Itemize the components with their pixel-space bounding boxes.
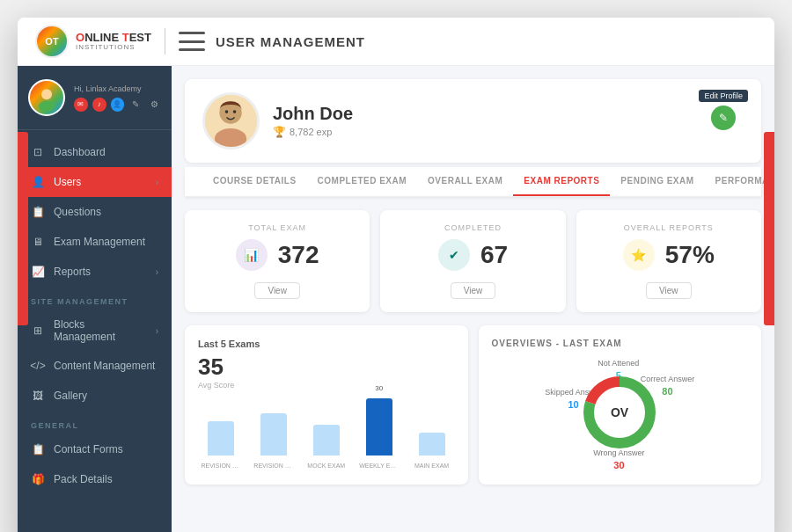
sidebar-item-label: Reports	[54, 266, 147, 278]
sidebar-avatar	[28, 79, 65, 116]
edit-icon: ✎	[128, 98, 143, 112]
logo-area: OT ONLINE TEST INSTITUTIONS	[35, 25, 151, 58]
stat-icon-row: ✔ 67	[393, 239, 552, 271]
tab-course-details[interactable]: COURSE DETAILS	[202, 167, 307, 196]
sidebar-item-label: Exam Management	[54, 236, 158, 248]
sidebar-item-users[interactable]: 👤 Users ›	[18, 167, 172, 197]
svg-point-5	[225, 110, 229, 113]
bar[interactable]	[260, 413, 287, 455]
view-button[interactable]: View	[451, 282, 496, 299]
logo-text: ONLINE TEST INSTITUTIONS	[76, 32, 151, 51]
donut-svg: OV	[580, 373, 659, 452]
edit-profile-button[interactable]: Edit Profile ✎	[699, 90, 748, 130]
view-button[interactable]: View	[646, 282, 692, 299]
bar-label: MAIN EXAM	[412, 463, 451, 469]
sidebar-item-label: Gallery	[54, 390, 158, 402]
bar-chart-card: Last 5 Exams 35 Avg Score REVISION ONERE…	[185, 325, 468, 485]
tab-overall-exam[interactable]: OVERALL EXAM	[417, 167, 513, 196]
bar[interactable]	[419, 433, 445, 455]
questions-icon: 📋	[31, 205, 45, 219]
sidebar-item-label: Dashboard	[54, 146, 158, 158]
user-profile-card: John Doe 🏆 8,782 exp Edit Profile ✎	[185, 79, 761, 163]
mail-icon: ✉	[74, 98, 88, 112]
chevron-right-icon: ›	[156, 178, 158, 187]
tab-performance-reports[interactable]: PERFORMANCE REPORTS	[705, 167, 774, 196]
svg-point-6	[233, 110, 237, 113]
wrong-answer-value: 30	[593, 459, 644, 471]
tab-completed-exam[interactable]: COMPLETED EXAM	[307, 167, 417, 196]
sidebar-profile-info: Hi, Linlax Academy ✉ ♪ 👤 ✎ ⚙	[74, 84, 161, 112]
total-exam-icon: 📊	[236, 239, 268, 271]
stat-value-total: 372	[278, 241, 319, 269]
bar[interactable]	[208, 421, 234, 455]
pack-details-icon: 🎁	[31, 472, 45, 486]
sidebar-item-contact-forms[interactable]: 📋 Contact Forms	[18, 434, 172, 464]
stat-value-completed: 67	[480, 241, 508, 269]
sidebar-item-gallery[interactable]: 🖼 Gallery	[18, 381, 172, 411]
sidebar-item-dashboard[interactable]: ⊡ Dashboard	[18, 137, 172, 167]
bar[interactable]	[366, 398, 392, 455]
bottom-row: Last 5 Exams 35 Avg Score REVISION ONERE…	[185, 325, 761, 485]
sidebar-item-questions[interactable]: 📋 Questions	[18, 197, 172, 227]
general-label: GENERAL	[18, 411, 172, 434]
trophy-icon: 🏆	[273, 126, 286, 138]
profile-tabs: COURSE DETAILS COMPLETED EXAM OVERALL EX…	[185, 167, 761, 197]
chart-title: Last 5 Exams	[198, 339, 455, 349]
tab-pending-exam[interactable]: PENDING EXAM	[610, 167, 704, 196]
content-area: John Doe 🏆 8,782 exp Edit Profile ✎ COUR…	[172, 66, 774, 532]
user-name: John Doe	[273, 104, 744, 124]
exam-icon: 🖥	[31, 235, 45, 249]
sidebar-item-exam-management[interactable]: 🖥 Exam Management	[18, 227, 172, 257]
chevron-right-icon: ›	[156, 267, 158, 277]
bar[interactable]	[313, 425, 340, 455]
stat-icon-row: 📊 372	[198, 239, 356, 271]
sidebar-greeting: Hi, Linlax Academy	[74, 84, 161, 93]
bar-label: REVISION ONE	[201, 463, 240, 469]
stats-row: TOTAL EXAM 📊 372 View COMPLETED ✔ 67 Vie…	[185, 210, 761, 312]
user-avatar	[202, 92, 260, 149]
donut-container: Not Attened 5 Correct Answer 80 Skipped …	[492, 357, 749, 471]
bar-group-mock-exam: MOCK EXAM	[304, 411, 349, 469]
stat-icon-row: ⭐ 57%	[590, 239, 748, 271]
notification-icon: ♪	[92, 98, 106, 112]
users-icon: 👤	[31, 175, 45, 189]
stat-card-total-exam: TOTAL EXAM 📊 372 View	[185, 210, 370, 312]
user-exp: 🏆 8,782 exp	[273, 126, 744, 138]
svg-point-0	[41, 89, 52, 99]
content-icon: </>	[31, 359, 45, 373]
user-info: John Doe 🏆 8,782 exp	[273, 104, 744, 138]
sidebar-item-label: Questions	[54, 206, 158, 218]
contact-forms-icon: 📋	[31, 442, 45, 456]
page-title: USER MANAGEMENT	[216, 34, 365, 49]
nav-menu-icon[interactable]	[179, 32, 205, 51]
sidebar-item-label: Contact Forms	[54, 443, 158, 455]
donut-chart-card: OVERVIEWS - LAST EXAM Not Attened 5 Corr…	[479, 325, 762, 485]
bar-value-label: 30	[375, 384, 383, 395]
sidebar-item-pack-details[interactable]: 🎁 Pack Details	[18, 464, 172, 494]
overall-reports-icon: ⭐	[623, 239, 655, 271]
avg-score-label: Avg Score	[198, 381, 455, 390]
blocks-icon: ⊞	[31, 324, 45, 338]
tab-exam-reports[interactable]: EXAM REPORTS	[513, 167, 610, 196]
settings-icon: ⚙	[147, 98, 161, 112]
stat-label: COMPLETED	[393, 223, 552, 232]
sidebar-item-blocks[interactable]: ⊞ Blocks Management ›	[18, 310, 172, 351]
bar-label: MOCK EXAM	[306, 463, 346, 469]
sidebar: Hi, Linlax Academy ✉ ♪ 👤 ✎ ⚙ ⊡ Dashboard	[18, 66, 172, 532]
site-management-label: SITE MANAGEMENT	[18, 287, 172, 310]
bar-label: REVISION TWO	[253, 463, 293, 469]
sidebar-nav: ⊡ Dashboard 👤 Users › 📋 Questions 🖥 Exam…	[18, 130, 172, 532]
sidebar-item-label: Content Management	[54, 360, 158, 372]
brand-name-1: ONLINE TEST	[76, 32, 151, 43]
sidebar-item-label: Users	[54, 176, 147, 188]
avg-score-value: 35	[198, 353, 455, 381]
stat-card-completed: COMPLETED ✔ 67 View	[380, 210, 565, 312]
sidebar-item-label: Pack Details	[54, 473, 158, 485]
stat-value-overall: 57%	[665, 241, 715, 269]
svg-point-4	[215, 128, 246, 149]
sidebar-item-content[interactable]: </> Content Management	[18, 351, 172, 381]
sidebar-item-reports[interactable]: 📈 Reports ›	[18, 257, 172, 287]
edit-profile-label: Edit Profile	[699, 90, 748, 102]
view-button[interactable]: View	[254, 282, 300, 299]
gallery-icon: 🖼	[31, 389, 45, 403]
